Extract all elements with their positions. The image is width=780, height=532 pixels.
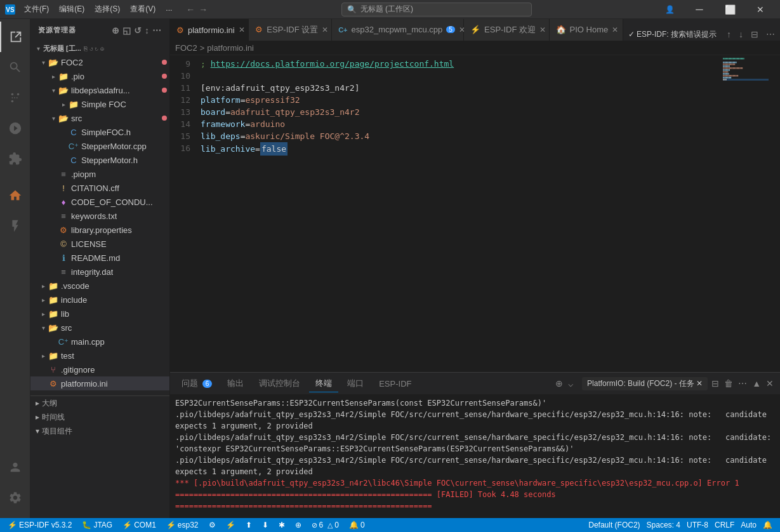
tab-esp-idf-settings-close[interactable]: ✕ bbox=[322, 25, 328, 35]
tree-item-platformio-ini[interactable]: ▸ ⚙ platformio.ini bbox=[30, 376, 169, 390]
status-flash[interactable]: ⚡ bbox=[223, 518, 238, 532]
terminal-tab-ports[interactable]: 端口 bbox=[341, 375, 370, 392]
tree-item-citation[interactable]: ▸ ! CITATION.cff bbox=[30, 181, 169, 195]
activity-search[interactable] bbox=[0, 52, 30, 83]
status-upload[interactable]: ⬆ bbox=[243, 518, 254, 532]
nav-forward-button[interactable]: → bbox=[199, 4, 208, 15]
workspace-header[interactable]: ▾ 无标题 [工... ⎘ ↺ ↻ ⊕ bbox=[30, 41, 169, 55]
tree-item-steppermotor-cpp[interactable]: ▸ C⁺ StepperMotor.cpp bbox=[30, 139, 169, 153]
esp-idf-toolbar-label[interactable]: ✓ ESP-IDF: 搜索错误提示 bbox=[623, 29, 722, 40]
toolbar-down-icon[interactable]: ↓ bbox=[736, 28, 746, 41]
editor-content[interactable]: 9 10 11 12 13 14 15 16 ; https://docs.pl… bbox=[170, 55, 780, 372]
status-serial[interactable]: ⊕ bbox=[293, 518, 304, 532]
status-jtag[interactable]: 🐛 JTAG bbox=[79, 518, 115, 532]
terminal-add-icon[interactable]: ⊕ bbox=[554, 377, 564, 390]
menu-select[interactable]: 选择(S) bbox=[91, 3, 124, 16]
terminal-maximize-icon[interactable]: ▲ bbox=[751, 377, 762, 390]
status-esp32[interactable]: ⚡ esp32 bbox=[164, 518, 201, 532]
activity-source-control[interactable] bbox=[0, 83, 30, 113]
activity-platformio[interactable] bbox=[0, 180, 30, 211]
new-file-icon[interactable]: ⊕ bbox=[112, 25, 120, 36]
terminal-task-label[interactable]: PlatformIO: Build (FOC2) - 任务 ✕ bbox=[582, 377, 708, 390]
tree-item-lib[interactable]: ▸ 📁 lib bbox=[30, 307, 169, 321]
terminal-split-layout-icon[interactable]: ⊟ bbox=[710, 377, 720, 390]
terminal-tab-terminal[interactable]: 终端 bbox=[309, 375, 338, 392]
tree-item-simplefoc-h[interactable]: ▸ C SimpleFOC.h bbox=[30, 125, 169, 139]
terminal-split-icon[interactable]: ⌵ bbox=[567, 377, 574, 390]
status-language[interactable]: Auto bbox=[738, 518, 759, 532]
tree-item-library-props[interactable]: ▸ ⚙ library.properties bbox=[30, 223, 169, 237]
tree-item-simplefoc[interactable]: ▸ 📁 Simple FOC bbox=[30, 97, 169, 111]
tree-item-foc2[interactable]: ▾ 📂 FOC2 bbox=[30, 55, 169, 69]
status-indent[interactable]: Spaces: 4 bbox=[644, 518, 683, 532]
tree-item-include[interactable]: ▸ 📁 include bbox=[30, 293, 169, 307]
terminal-content[interactable]: ESP32CurrentSenseParams::ESP32CurrentSen… bbox=[170, 395, 780, 518]
activity-test[interactable] bbox=[0, 211, 30, 241]
tree-item-steppermotor-h[interactable]: ▸ C StepperMotor.h bbox=[30, 153, 169, 167]
activity-run-debug[interactable] bbox=[0, 113, 30, 143]
outline-section-header[interactable]: ▸ 大纲 bbox=[30, 396, 169, 410]
activity-settings[interactable] bbox=[0, 482, 30, 513]
tree-item-piopm[interactable]: ▸ ≡ .piopm bbox=[30, 167, 169, 181]
status-notifications[interactable]: 🔔 0 bbox=[347, 518, 367, 532]
toolbar-more-icon[interactable]: ⋯ bbox=[763, 28, 777, 41]
close-button[interactable]: ✕ bbox=[746, 0, 775, 19]
terminal-close-panel-icon[interactable]: ✕ bbox=[765, 377, 775, 390]
tree-item-gitignore[interactable]: ▸ ⑂ .gitignore bbox=[30, 362, 169, 376]
tree-item-src-root[interactable]: ▾ 📂 src bbox=[30, 321, 169, 335]
refresh-icon[interactable]: ↺ bbox=[134, 25, 142, 36]
search-box[interactable]: 🔍 无标题 (工作区) bbox=[341, 3, 532, 17]
toolbar-up-icon[interactable]: ↑ bbox=[724, 28, 734, 41]
breadcrumb-foc2[interactable]: FOC2 bbox=[175, 43, 197, 53]
status-test[interactable]: ✱ bbox=[276, 518, 288, 532]
tree-item-readme[interactable]: ▸ ℹ README.md bbox=[30, 251, 169, 265]
terminal-trash-icon[interactable]: 🗑 bbox=[723, 377, 734, 390]
activity-extensions[interactable] bbox=[0, 143, 30, 174]
tree-item-libdeps[interactable]: ▾ 📂 libdeps\adafru... bbox=[30, 83, 169, 97]
tab-platformio-ini[interactable]: ⚙ platformio.ini ✕ bbox=[170, 19, 249, 41]
terminal-tab-output[interactable]: 输出 bbox=[221, 375, 250, 392]
tree-item-integrity[interactable]: ▸ ≡ integrity.dat bbox=[30, 265, 169, 279]
terminal-tab-debug-console[interactable]: 调试控制台 bbox=[253, 375, 307, 392]
status-encoding[interactable]: UTF-8 bbox=[684, 518, 711, 532]
menu-more[interactable]: ... bbox=[162, 3, 176, 16]
maximize-button[interactable]: ⬜ bbox=[715, 0, 744, 19]
nav-back-button[interactable]: ← bbox=[186, 4, 195, 15]
tab-platformio-ini-close[interactable]: ✕ bbox=[239, 25, 245, 35]
terminal-more-icon[interactable]: ⋯ bbox=[737, 377, 748, 390]
status-bell[interactable]: 🔔 bbox=[760, 518, 775, 532]
terminal-tab-esp-idf[interactable]: ESP-IDF bbox=[373, 376, 418, 391]
tree-item-keywords[interactable]: ▸ ≡ keywords.txt bbox=[30, 209, 169, 223]
tab-pio-home[interactable]: 🏠 PIO Home ✕ bbox=[550, 19, 623, 41]
tree-item-vscode[interactable]: ▸ 📁 .vscode bbox=[30, 279, 169, 293]
tab-esp-idf-welcome-close[interactable]: ✕ bbox=[539, 25, 546, 35]
menu-view[interactable]: 查看(V) bbox=[126, 3, 159, 16]
timeline-section-header[interactable]: ▸ 时间线 bbox=[30, 410, 169, 424]
status-errors[interactable]: ⊘ 6 △ 0 bbox=[309, 518, 341, 532]
menu-edit[interactable]: 编辑(E) bbox=[55, 3, 88, 16]
tree-item-main-cpp[interactable]: ▸ C⁺ main.cpp bbox=[30, 335, 169, 349]
status-line-ending[interactable]: CRLF bbox=[712, 518, 737, 532]
new-folder-icon[interactable]: ◱ bbox=[122, 25, 131, 36]
profile-icon[interactable]: 👤 bbox=[665, 5, 675, 14]
status-esp-idf[interactable]: ⚡ ESP-IDF v5.3.2 bbox=[5, 518, 74, 532]
more-actions-icon[interactable]: ⋯ bbox=[152, 25, 162, 36]
tab-pio-home-close[interactable]: ✕ bbox=[612, 25, 618, 35]
status-default-foc2[interactable]: Default (FOC2) bbox=[586, 518, 642, 532]
tree-item-code-of-conduct[interactable]: ▸ ♦ CODE_OF_CONDU... bbox=[30, 195, 169, 209]
breadcrumb-file[interactable]: platformio.ini bbox=[207, 43, 254, 53]
tree-item-pio[interactable]: ▸ 📁 .pio bbox=[30, 69, 169, 83]
tab-esp-idf-settings[interactable]: ⚙ ESP-IDF 设置 ✕ bbox=[249, 19, 332, 41]
tree-item-src-libdeps[interactable]: ▾ 📂 src bbox=[30, 111, 169, 125]
editor-scrollbar[interactable] bbox=[771, 55, 780, 372]
tree-item-license[interactable]: ▸ © LICENSE bbox=[30, 237, 169, 251]
project-components-section-header[interactable]: ▾ 项目组件 bbox=[30, 424, 169, 438]
code-area[interactable]: ; https://docs.platformio.org/page/proje… bbox=[195, 55, 720, 372]
tree-item-test[interactable]: ▸ 📁 test bbox=[30, 349, 169, 362]
menu-file[interactable]: 文件(F) bbox=[20, 3, 53, 16]
status-build[interactable]: ⚙ bbox=[206, 518, 218, 532]
collapse-icon[interactable]: ↕ bbox=[145, 25, 150, 36]
minimize-button[interactable]: ─ bbox=[685, 0, 714, 19]
activity-account[interactable] bbox=[0, 452, 30, 482]
tab-esp32-mcpwm[interactable]: C+ esp32_mcpwm_mcu.cpp 5 ✕ bbox=[332, 19, 464, 41]
